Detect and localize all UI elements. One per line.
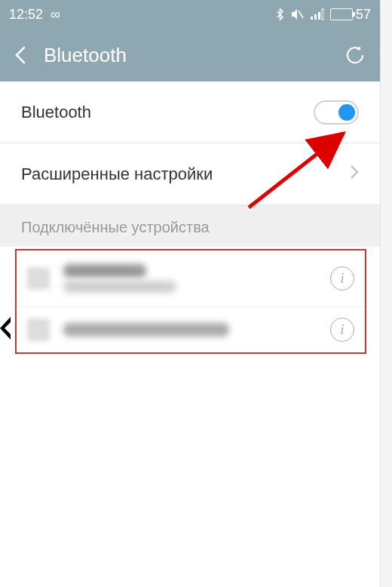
status-time: 12:52	[9, 7, 43, 23]
device-row[interactable]: i	[17, 250, 365, 307]
device-list-highlight: i i	[15, 249, 366, 354]
info-icon[interactable]: i	[330, 318, 354, 342]
bluetooth-icon	[275, 8, 285, 21]
device-name-blurred	[63, 264, 146, 278]
signal-icon	[311, 8, 324, 20]
info-icon[interactable]: i	[330, 266, 354, 290]
svg-rect-3	[318, 12, 320, 20]
chevron-right-icon	[350, 164, 359, 184]
device-row[interactable]: i	[17, 307, 365, 352]
svg-rect-2	[314, 14, 317, 20]
bluetooth-label: Bluetooth	[21, 103, 91, 122]
device-name-blurred	[63, 323, 229, 337]
svg-rect-4	[322, 9, 324, 20]
device-type-icon	[27, 318, 50, 341]
status-bar: 12:52 ∞	[0, 0, 380, 29]
battery-percent: 57	[356, 7, 371, 23]
refresh-button[interactable]	[344, 44, 366, 66]
battery-icon: 57	[330, 7, 371, 23]
device-status-blurred	[63, 281, 176, 293]
bluetooth-toggle-row: Bluetooth	[0, 81, 380, 143]
advanced-settings-row[interactable]: Расширенные настройки	[0, 143, 380, 205]
side-chevron-icon	[0, 313, 15, 343]
advanced-settings-label: Расширенные настройки	[21, 164, 213, 184]
bluetooth-toggle[interactable]	[314, 100, 359, 124]
mute-icon	[291, 8, 305, 20]
page-title: Bluetooth	[44, 44, 127, 67]
svg-line-0	[299, 11, 303, 18]
app-header: Bluetooth	[0, 29, 380, 81]
status-infinity-icon: ∞	[51, 7, 60, 23]
device-type-icon	[27, 267, 50, 290]
svg-rect-1	[311, 17, 313, 20]
back-button[interactable]	[14, 45, 27, 66]
connected-devices-header: Подключённые устройства	[0, 205, 380, 247]
